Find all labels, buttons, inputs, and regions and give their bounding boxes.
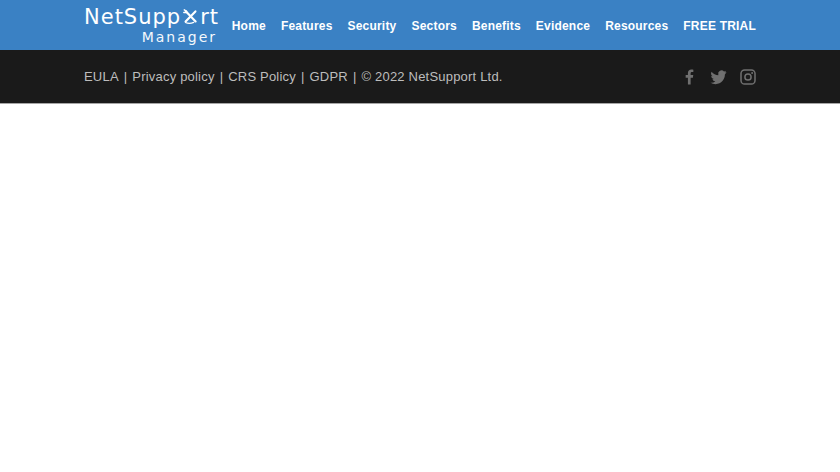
nav-item-evidence[interactable]: Evidence <box>536 19 590 33</box>
nav-item-home[interactable]: Home <box>232 19 266 33</box>
footer-link-privacy-policy[interactable]: Privacy policy <box>132 69 214 84</box>
nav-item-free-trial[interactable]: FREE TRIAL <box>683 19 756 33</box>
twitter-icon[interactable] <box>710 69 727 85</box>
nav-item-resources[interactable]: Resources <box>605 19 668 33</box>
footer-link-gdpr[interactable]: GDPR <box>310 69 348 84</box>
footer-separator: | <box>215 69 229 84</box>
site-footer: EULA|Privacy policy|CRS Policy|GDPR|© 20… <box>0 50 840 104</box>
instagram-icon[interactable] <box>740 69 756 85</box>
netsupport-manager-logo[interactable]: NetSupp rt Manager <box>84 7 219 44</box>
logo-wordmark: NetSupp rt <box>84 7 219 28</box>
logo-text-prefix: NetSupp <box>84 7 181 28</box>
main-navigation: Home Features Security Sectors Benefits … <box>232 16 756 34</box>
footer-legal-links: EULA|Privacy policy|CRS Policy|GDPR|© 20… <box>84 69 503 84</box>
footer-link-eula[interactable]: EULA <box>84 69 119 84</box>
crossed-tools-icon <box>182 8 199 29</box>
nav-item-benefits[interactable]: Benefits <box>472 19 521 33</box>
facebook-icon[interactable] <box>682 69 697 85</box>
footer-separator: | <box>119 69 133 84</box>
footer-link-crs-policy[interactable]: CRS Policy <box>228 69 296 84</box>
nav-item-sectors[interactable]: Sectors <box>411 19 456 33</box>
nav-item-security[interactable]: Security <box>348 19 397 33</box>
logo-subtitle: Manager <box>84 30 219 44</box>
footer-separator: | <box>348 69 362 84</box>
footer-separator: | <box>296 69 310 84</box>
social-links <box>682 69 756 85</box>
logo-text-suffix: rt <box>200 7 219 28</box>
site-header: NetSupp rt Manager Home Features <box>0 0 840 50</box>
footer-copyright: © 2022 NetSupport Ltd. <box>361 69 502 84</box>
nav-item-features[interactable]: Features <box>281 19 333 33</box>
page-content-area <box>0 104 840 471</box>
